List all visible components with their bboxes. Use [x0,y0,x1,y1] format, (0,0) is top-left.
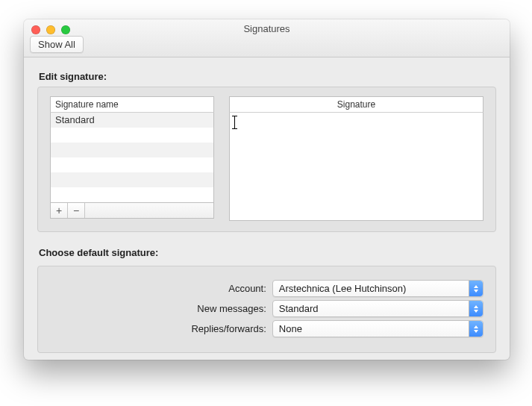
remove-signature-button[interactable]: − [68,203,85,218]
new-messages-label: New messages: [50,303,266,314]
titlebar: Signatures Show All [24,19,510,57]
chevron-up-down-icon [469,301,483,316]
edit-signature-panel: Signature name Standard + − [37,87,496,232]
signature-list-item[interactable]: Standard [51,113,213,128]
show-all-button[interactable]: Show All [30,36,84,53]
account-select[interactable]: Arstechnica (Lee Hutchinson) [272,280,484,297]
minus-icon: − [73,204,79,216]
signature-editor-column: Signature [229,96,484,221]
signature-list-item[interactable] [51,157,213,172]
preferences-window: Signatures Show All Edit signature: Sign… [24,19,510,360]
signature-list-item[interactable] [51,143,213,157]
window-title: Signatures [24,23,510,34]
account-label: Account: [50,283,266,294]
signature-list-item[interactable] [51,128,213,143]
replies-forwards-select-value: None [279,323,302,334]
new-messages-select-value: Standard [279,303,319,314]
signature-list-item[interactable] [51,172,213,187]
default-signature-panel: Account: Arstechnica (Lee Hutchinson) Ne… [37,266,496,353]
signature-list[interactable]: Standard [50,113,214,203]
signature-list-item[interactable] [51,187,213,202]
chevron-up-down-icon [469,321,483,337]
account-select-value: Arstechnica (Lee Hutchinson) [279,283,407,294]
footer-spacer [85,203,213,218]
default-signature-heading: Choose default signature: [39,247,496,258]
replies-forwards-select[interactable]: None [272,320,484,337]
add-signature-button[interactable]: + [51,203,68,218]
text-caret-icon [234,116,235,129]
replies-forwards-label: Replies/forwards: [50,323,266,334]
signature-list-footer: + − [50,203,214,219]
new-messages-select[interactable]: Standard [272,300,484,317]
chevron-up-down-icon [469,281,483,296]
plus-icon: + [56,204,62,216]
content-area: Edit signature: Signature name Standard … [24,57,510,366]
signature-list-column: Signature name Standard + − [50,96,214,221]
edit-signature-heading: Edit signature: [39,71,496,82]
signature-editor[interactable] [229,113,484,221]
signature-editor-header: Signature [229,96,484,113]
signature-list-header: Signature name [50,96,214,113]
